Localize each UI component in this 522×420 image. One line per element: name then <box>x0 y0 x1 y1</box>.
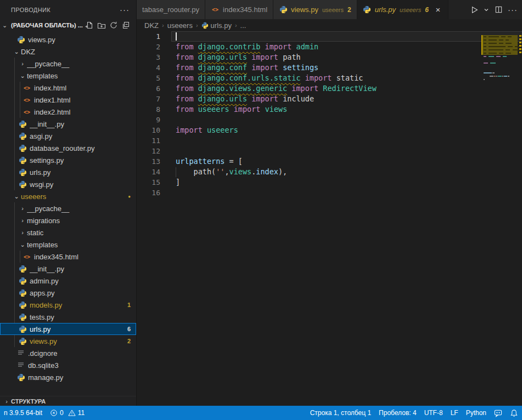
python-icon <box>19 132 27 140</box>
code-line-15[interactable]: 15] <box>137 177 522 188</box>
code-line-10[interactable]: 10import useeers <box>137 125 522 135</box>
breadcrumb-item-urls.py[interactable]: urls.py <box>201 21 232 30</box>
tree-item-urls.py[interactable]: urls.py6 <box>0 323 136 335</box>
tree-item-index.html[interactable]: <>index.html <box>0 82 136 94</box>
tab-views.py[interactable]: views.pyuseeers2 <box>273 0 357 19</box>
breadcrumb-item-useeers[interactable]: useeers <box>167 21 193 30</box>
code-line-14[interactable]: 14 path('',views.index), <box>137 167 522 177</box>
python-interpreter-status[interactable]: n 3.9.5 64-bit <box>0 409 46 417</box>
tree-item-templates[interactable]: ⌄templates <box>0 70 136 82</box>
tab-urls.py[interactable]: urls.pyuseeers6× <box>357 0 448 19</box>
tree-item-settings.py[interactable]: settings.py <box>0 154 136 166</box>
code-line-12[interactable]: 12 <box>137 146 522 156</box>
line-number[interactable]: 10 <box>137 125 160 135</box>
tree-item-index1.html[interactable]: <>index1.html <box>0 94 136 106</box>
code-line-2[interactable]: 2from django.contrib import admin <box>137 42 522 52</box>
tree-item-urls.py[interactable]: urls.py <box>0 166 136 178</box>
tree-item-admin.py[interactable]: admin.py <box>0 275 136 287</box>
tree-item--pycache-[interactable]: ›__pycache__ <box>0 58 136 70</box>
code-line-11[interactable]: 11 <box>137 135 522 146</box>
chevron-down-icon: ⌄ <box>12 48 21 55</box>
problems-status[interactable]: 0 11 <box>46 409 88 417</box>
tree-item-views.py[interactable]: views.py2 <box>0 335 136 347</box>
close-icon[interactable]: × <box>434 5 442 14</box>
line-number[interactable]: 12 <box>137 146 160 156</box>
eol-status[interactable]: LF <box>447 409 462 417</box>
run-button[interactable] <box>468 4 480 16</box>
line-number[interactable]: 4 <box>137 63 160 73</box>
explorer-more-actions-icon[interactable]: ··· <box>120 7 130 13</box>
line-number[interactable]: 11 <box>137 135 160 146</box>
indentation-status[interactable]: Пробелов: 4 <box>375 409 420 417</box>
tree-item-static[interactable]: ›static <box>0 226 136 239</box>
breadcrumb-item-...[interactable]: ... <box>240 21 246 30</box>
outline-section-header[interactable]: › СТРУКТУРА <box>0 396 136 406</box>
line-number[interactable]: 1 <box>137 31 160 42</box>
code-line-6[interactable]: 6from django.views.generic import Redire… <box>137 83 522 94</box>
cursor-position-status[interactable]: Строка 1, столбец 1 <box>306 409 375 417</box>
code-line-13[interactable]: 13urlpatterns = [ <box>137 156 522 167</box>
refresh-icon[interactable] <box>108 20 120 31</box>
line-number[interactable]: 13 <box>137 156 160 167</box>
tree-item-useeers[interactable]: ⌄useeers● <box>0 190 136 202</box>
code-line-4[interactable]: 4from django.conf import settings <box>137 63 522 73</box>
tree-item-asgi.py[interactable]: asgi.py <box>0 130 136 142</box>
code-line-7[interactable]: 7from django.urls import include <box>137 94 522 104</box>
tree-item-apps.py[interactable]: apps.py <box>0 287 136 299</box>
language-mode-status[interactable]: Python <box>462 409 490 417</box>
bell-icon[interactable] <box>506 409 522 417</box>
collapse-all-icon[interactable] <box>120 20 132 31</box>
tree-item-DKZ[interactable]: ⌄DKZ <box>0 46 136 58</box>
tree-item-templates[interactable]: ⌄templates <box>0 239 136 251</box>
new-file-icon[interactable] <box>83 20 96 31</box>
code-line-16[interactable]: 16 <box>137 188 522 198</box>
tab-index345.html[interactable]: <>index345.html <box>205 0 273 19</box>
tree-item-views.py[interactable]: views.py <box>0 33 136 46</box>
tree-item--pycache-[interactable]: ›__pycache__ <box>0 202 136 214</box>
minimap-mark <box>489 53 497 54</box>
new-folder-icon[interactable] <box>96 20 108 31</box>
workspace-section-header[interactable]: ⌄ (РАБОЧАЯ ОБЛАСТЬ) ... <box>0 19 136 31</box>
line-number[interactable]: 2 <box>137 42 160 52</box>
tree-item-index345.html[interactable]: <>index345.html <box>0 251 136 263</box>
line-number[interactable]: 6 <box>137 83 160 94</box>
tab-tabase-roouter.py[interactable]: tabase_roouter.py <box>137 0 205 19</box>
more-actions-icon[interactable]: ··· <box>507 4 519 16</box>
line-number[interactable]: 9 <box>137 115 160 125</box>
tree-item-database-roouter.py[interactable]: database_roouter.py <box>0 142 136 154</box>
tree-item-tests.py[interactable]: tests.py <box>0 311 136 323</box>
editor-actions: ··· <box>468 0 519 19</box>
line-number[interactable]: 16 <box>137 188 160 198</box>
overview-ruler[interactable] <box>519 31 522 406</box>
code-line-1[interactable]: 1 <box>137 31 522 42</box>
line-number[interactable]: 7 <box>137 94 160 104</box>
run-dropdown-chevron-icon[interactable] <box>482 4 490 16</box>
code-line-5[interactable]: 5from django.conf.urls.static import sta… <box>137 73 522 83</box>
line-number[interactable]: 3 <box>137 52 160 63</box>
split-editor-button[interactable] <box>492 4 504 16</box>
tree-item-manage.py[interactable]: manage.py <box>0 371 136 383</box>
line-number[interactable]: 8 <box>137 104 160 115</box>
line-number[interactable]: 5 <box>137 73 160 83</box>
overview-warning-mark <box>519 42 521 43</box>
code-line-9[interactable]: 9 <box>137 115 522 125</box>
feedback-icon[interactable] <box>490 409 506 417</box>
code-line-8[interactable]: 8from useeers import views <box>137 104 522 115</box>
code-token: = [ <box>224 157 243 166</box>
tree-item-wsgi.py[interactable]: wsgi.py <box>0 178 136 190</box>
code-editor[interactable]: 12from django.contrib import admin3from … <box>137 31 522 406</box>
line-number[interactable]: 15 <box>137 177 160 188</box>
line-number[interactable]: 14 <box>137 167 160 177</box>
code-line-3[interactable]: 3from django.urls import path <box>137 52 522 63</box>
minimap-mark <box>489 39 497 41</box>
tree-item-models.py[interactable]: models.py1 <box>0 299 136 311</box>
breadcrumb-item-DKZ[interactable]: DKZ <box>144 21 159 30</box>
tree-item-.dcignore[interactable]: .dcignore <box>0 347 136 359</box>
encoding-status[interactable]: UTF-8 <box>420 409 447 417</box>
tree-item-migrations[interactable]: ›migrations <box>0 214 136 226</box>
tree-item-db.sqlite3[interactable]: db.sqlite3 <box>0 359 136 371</box>
minimap[interactable] <box>481 32 518 406</box>
tree-item--init-.py[interactable]: __init__.py <box>0 118 136 130</box>
tree-item-index2.html[interactable]: <>index2.html <box>0 106 136 118</box>
tree-item--init-.py[interactable]: __init__.py <box>0 263 136 275</box>
